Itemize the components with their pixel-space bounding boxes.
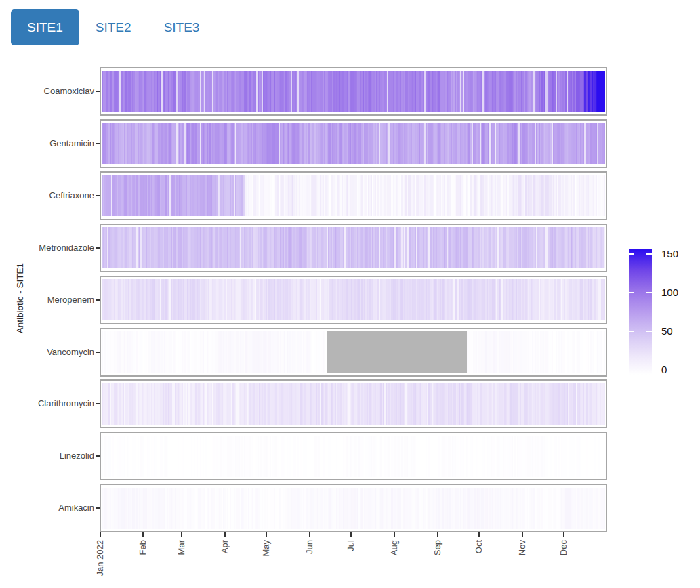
facet-panel-vancomycin	[100, 328, 607, 377]
x-axis-tick	[266, 532, 267, 537]
colorbar-tick-label: 100	[661, 287, 678, 298]
x-axis-label: Apr	[220, 540, 230, 588]
heatmap-tile	[604, 227, 605, 268]
row-label-linezolid: Linezolid	[0, 450, 94, 461]
tab-site3[interactable]: SITE3	[148, 9, 216, 45]
colorbar-tick	[646, 253, 652, 255]
x-axis-label: May	[262, 540, 271, 588]
x-axis-tick	[350, 532, 352, 537]
heatmap-tile	[604, 331, 605, 373]
x-axis-label: Jul	[346, 540, 356, 588]
colorbar-tick	[629, 331, 634, 332]
colorbar-tick	[646, 331, 652, 332]
facet-panel-ceftriaxone	[100, 171, 607, 220]
heatmap-tile	[604, 279, 605, 320]
row-label-ceftriaxone: Ceftriaxone	[0, 190, 94, 201]
heatmap-tile	[604, 488, 605, 529]
x-axis-tick	[522, 532, 523, 537]
x-axis-label: Aug	[390, 540, 399, 588]
x-axis-tick	[394, 532, 395, 537]
row-label-metronidazole: Metronidazole	[0, 243, 94, 253]
x-axis-tick	[563, 532, 564, 537]
heatmap-strip	[102, 383, 605, 425]
heatmap-tile	[604, 71, 605, 112]
colorbar-tick	[629, 253, 634, 255]
heatmap-tile	[604, 123, 605, 164]
heatmap-strip	[102, 227, 605, 268]
x-axis-label: Nov	[518, 540, 527, 588]
x-axis-tick	[142, 532, 144, 537]
facet-panel-amikacin	[100, 484, 607, 532]
site-tab-bar: SITE1 SITE2 SITE3	[11, 9, 215, 45]
x-axis-tick	[478, 532, 480, 537]
x-axis-label: Jan 2022	[96, 540, 105, 588]
row-label-meropenem: Meropenem	[0, 295, 94, 306]
colorbar-tick	[629, 292, 634, 293]
app-page: SITE1 SITE2 SITE3 Antibiotic - SITE1 Coa…	[0, 0, 700, 588]
row-label-coamoxiclav: Coamoxiclav	[0, 86, 94, 97]
x-axis-label: Dec	[559, 540, 569, 588]
heatmap-strip	[102, 279, 605, 320]
row-label-clarithromycin: Clarithromycin	[0, 398, 94, 409]
missing-data-block	[327, 331, 468, 373]
x-axis-tick	[309, 532, 310, 537]
facet-panel-metronidazole	[100, 224, 607, 272]
heatmap-strip	[102, 436, 605, 477]
facet-panel-meropenem	[100, 276, 607, 324]
facet-panel-gentamicin	[100, 119, 607, 168]
x-axis-label: Oct	[474, 540, 484, 588]
x-axis-tick	[100, 532, 101, 537]
x-axis-tick	[181, 532, 182, 537]
row-label-amikacin: Amikacin	[0, 503, 94, 513]
x-axis-tick	[224, 532, 226, 537]
colorbar-tick-label: 50	[661, 326, 673, 337]
x-axis-label: Jun	[305, 540, 314, 588]
x-axis-label: Feb	[138, 540, 148, 588]
row-label-vancomycin: Vancomycin	[0, 347, 94, 358]
colorbar-legend	[629, 249, 652, 375]
facet-panel-coamoxiclav	[100, 67, 607, 116]
colorbar-tick-label: 0	[661, 364, 667, 375]
heatmap-tile	[604, 175, 605, 216]
heatmap-strip	[102, 71, 605, 112]
x-axis-label: Mar	[177, 540, 186, 588]
facet-panel-clarithromycin	[100, 379, 607, 428]
x-axis-label: Sep	[433, 540, 442, 588]
heatmap-strip	[102, 123, 605, 164]
tab-site1[interactable]: SITE1	[11, 9, 79, 45]
colorbar-tick-label: 150	[661, 249, 678, 259]
row-label-gentamicin: Gentamicin	[0, 138, 94, 149]
heatmap-tile	[604, 383, 605, 425]
colorbar-tick	[646, 292, 652, 293]
facet-panel-linezolid	[100, 432, 607, 480]
tab-site2[interactable]: SITE2	[79, 9, 148, 45]
x-axis-tick	[437, 532, 438, 537]
heatmap-tile	[604, 436, 605, 477]
heatmap-strip	[102, 175, 605, 216]
heatmap-strip	[102, 488, 605, 529]
heatmap-strip	[102, 331, 605, 373]
